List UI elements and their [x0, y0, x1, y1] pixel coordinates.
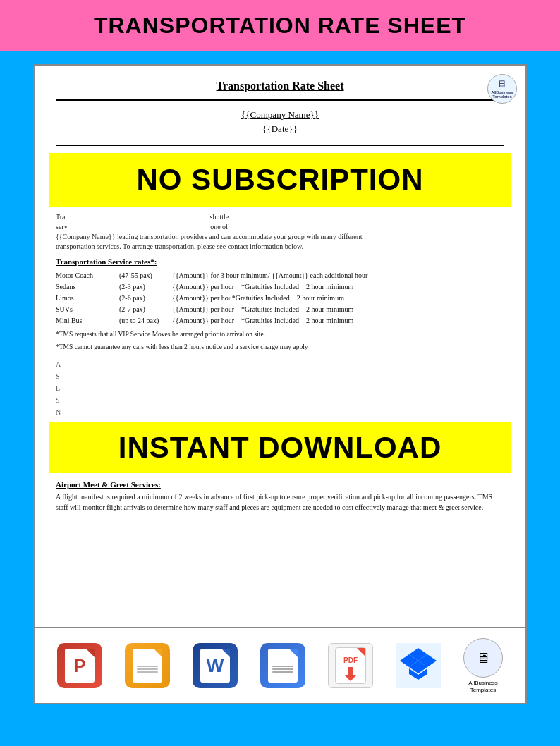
rate-row-limos: Limos (2-6 pax) {{Amount}} per hou*Gratu… [56, 293, 504, 304]
included-sedans: Included [274, 283, 299, 291]
allbiz-bottom-label: AllBusinessTemplates [468, 680, 497, 693]
instant-download-banner: INSTANT DOWNLOAD [49, 422, 511, 473]
dropbox-icon[interactable] [396, 643, 441, 688]
google-docs-icon[interactable] [260, 643, 305, 688]
vehicle-sedans: Sedans [56, 281, 119, 293]
rate-sedans: {{Amount}} per hour *Gratuities Included… [172, 281, 504, 293]
footnote-1: *TMS requests that all VIP Service Moves… [56, 329, 504, 339]
company-date-placeholder: {{Date}} [56, 123, 504, 135]
additional-section: A S L S N [56, 358, 504, 418]
pax-motorcoach: (47-55 pax) [119, 270, 172, 281]
vehicle-motorcoach: Motor Coach [56, 270, 119, 281]
gdocs-doc [268, 649, 298, 683]
pdf-label: PDF [343, 656, 358, 664]
pax-suvs: (2-7 pax) [119, 304, 172, 315]
word-letter: W [207, 655, 224, 677]
pax-limos: (2-6 pax) [119, 293, 172, 304]
airport-section: Airport Meet & Greet Services: A flight … [56, 480, 504, 513]
slides-corner [154, 649, 162, 657]
instant-download-text: INSTANT DOWNLOAD [118, 431, 442, 464]
top-banner: TRANSPORTATION RATE SHEET [0, 0, 560, 51]
rates-title: Transportation Service rates*: [56, 257, 504, 266]
main-area: 🖥 AllBusinessTemplates Transportation Ra… [0, 51, 560, 711]
rate-motorcoach: {{Amount}} for 3 hour minimum/ {{Amount}… [172, 270, 504, 281]
google-slides-icon[interactable] [125, 643, 170, 688]
vehicle-suvs: SUVs [56, 304, 119, 315]
included-limos: Included [265, 294, 290, 302]
doc-title-section: Transportation Rate Sheet [56, 80, 504, 101]
rates-section: Transportation Service rates*: Motor Coa… [56, 257, 504, 353]
footnote-2: *TMS cannot guarantee any cars with less… [56, 342, 504, 352]
company-name-placeholder: {{Company Name}} [56, 109, 504, 121]
hour-text: hour [355, 271, 367, 279]
ppt-corner [86, 649, 95, 657]
pax-sedans: (2-3 pax) [119, 281, 172, 293]
ppt-letter: P [73, 655, 85, 677]
airport-text: A flight manifest is required a minimum … [56, 491, 504, 513]
vehicle-minibus: Mini Bus [56, 315, 119, 326]
gdocs-lines [272, 664, 293, 674]
pdf-corner [357, 648, 365, 656]
dropbox-svg [400, 647, 437, 684]
no-subscription-text: NO SUBSCRIPTION [136, 163, 423, 196]
word-doc: W [200, 649, 230, 683]
rate-row-minibus: Mini Bus (up to 24 pax) {{Amount}} per h… [56, 315, 504, 326]
pdf-doc: PDF [335, 647, 366, 684]
allbiz-top-label: AllBusinessTemplates [491, 90, 513, 99]
company-section: {{Company Name}} {{Date}} [56, 109, 504, 146]
pdf-arrow [345, 667, 356, 681]
monitor-icon: 🖥 [497, 78, 507, 90]
bottom-icons-bar: P W [33, 628, 527, 704]
intro-text: Tra shuttle serv one of {{C [56, 212, 504, 252]
rate-row-suvs: SUVs (2-7 pax) {{Amount}} per hour *Grat… [56, 304, 504, 315]
slides-doc [133, 649, 162, 683]
rate-limos: {{Amount}} per hou*Gratuities Included 2… [172, 293, 504, 304]
slides-lines [137, 664, 158, 674]
rate-row-sedans: Sedans (2-3 pax) {{Amount}} per hour *Gr… [56, 281, 504, 293]
document-container: 🖥 AllBusinessTemplates Transportation Ra… [33, 64, 527, 628]
allbusiness-bottom-logo: 🖥 AllBusinessTemplates [463, 638, 503, 693]
word-icon[interactable]: W [193, 643, 238, 688]
included-suvs: Included [274, 305, 299, 313]
doc-main-title: Transportation Rate Sheet [56, 80, 504, 92]
allbiz-circle: 🖥 [463, 638, 503, 678]
airport-title: Airport Meet & Greet Services: [56, 480, 504, 489]
page-title: TRANSPORTATION RATE SHEET [7, 13, 553, 39]
rate-minibus: {{Amount}} per hour *Gratuities Included… [172, 315, 504, 326]
powerpoint-icon[interactable]: P [57, 643, 102, 688]
vehicle-limos: Limos [56, 293, 119, 304]
allbiz-monitor: 🖥 [476, 650, 490, 666]
rate-row-motorcoach: Motor Coach (47-55 pax) {{Amount}} for 3… [56, 270, 504, 281]
rate-suvs: {{Amount}} per hour *Gratuities Included… [172, 304, 504, 315]
gdocs-corner [289, 649, 298, 657]
no-subscription-banner: NO SUBSCRIPTION [49, 153, 511, 207]
pdf-icon[interactable]: PDF [328, 643, 373, 688]
pax-minibus: (up to 24 pax) [119, 315, 172, 326]
allbusiness-logo-top: 🖥 AllBusinessTemplates [487, 74, 517, 104]
ppt-doc: P [65, 649, 95, 683]
